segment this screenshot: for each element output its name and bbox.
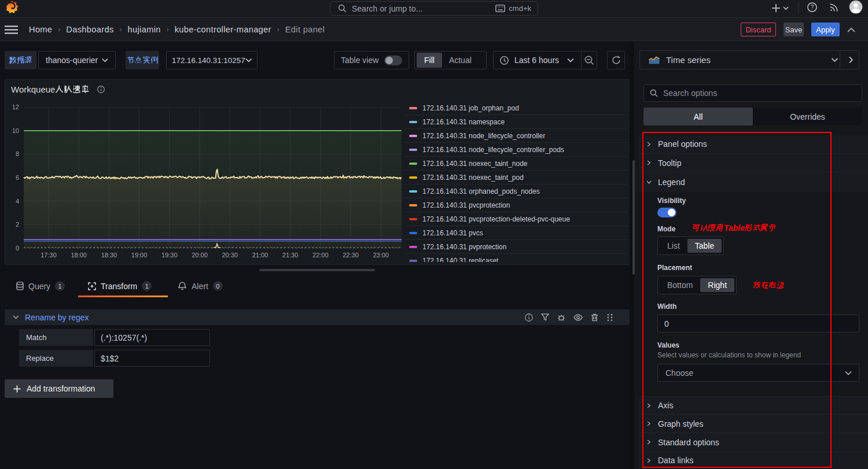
svg-text:18:00: 18:00 (71, 252, 87, 258)
svg-text:4: 4 (16, 198, 19, 205)
svg-text:12: 12 (12, 104, 19, 110)
svg-text:8: 8 (16, 150, 19, 157)
svg-text:?: ? (811, 4, 814, 10)
svg-text:19:30: 19:30 (161, 252, 178, 258)
svg-text:2: 2 (16, 221, 19, 228)
svg-text:18:30: 18:30 (101, 252, 117, 258)
svg-text:22:00: 22:00 (312, 252, 329, 258)
svg-text:23:00: 23:00 (373, 252, 389, 258)
svg-text:20:30: 20:30 (222, 252, 238, 258)
svg-text:0: 0 (16, 245, 19, 252)
svg-text:17:30: 17:30 (41, 252, 57, 258)
svg-text:20:00: 20:00 (192, 252, 208, 258)
svg-text:22:30: 22:30 (343, 252, 359, 258)
svg-text:21:00: 21:00 (252, 252, 269, 258)
svg-text:21:30: 21:30 (282, 252, 299, 258)
svg-text:6: 6 (16, 174, 19, 181)
svg-text:10: 10 (12, 127, 19, 134)
svg-text:19:00: 19:00 (131, 252, 148, 258)
